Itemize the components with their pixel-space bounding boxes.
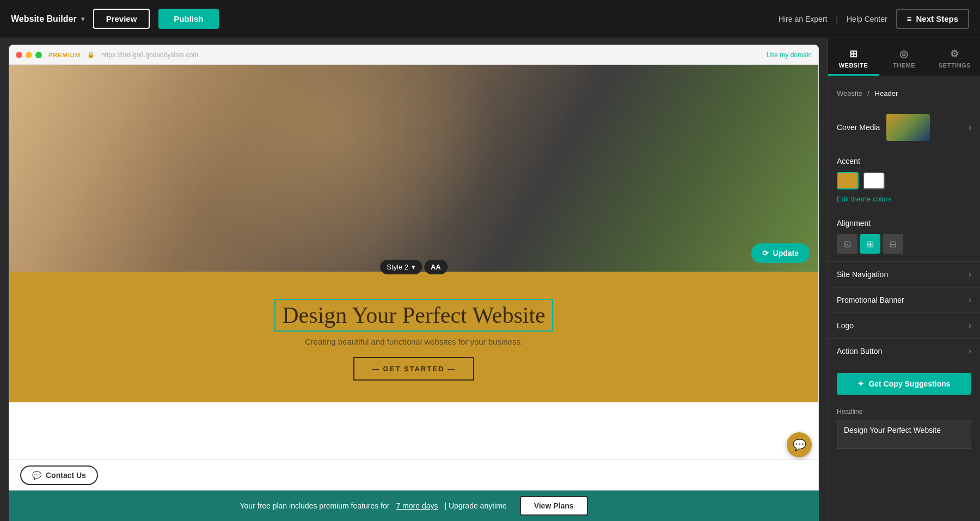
alignment-buttons: ⊡ ⊞ ⊟: [837, 234, 971, 254]
edit-theme-colors-link[interactable]: Edit theme colors: [837, 195, 971, 203]
settings-tab-label: SETTINGS: [939, 62, 971, 69]
site-navigation-label: Site Navigation: [837, 270, 888, 279]
upgrade-text: Your free plan includes premium features…: [240, 501, 389, 510]
headline-input[interactable]: [837, 420, 971, 449]
chat-icon: 💬: [32, 471, 41, 480]
breadcrumb: Website / Header: [828, 85, 980, 106]
hire-expert-link[interactable]: Hire an Expert: [779, 15, 827, 23]
chevron-down-icon: ▾: [412, 263, 415, 271]
headline-field-label: Headline: [837, 408, 971, 415]
refresh-icon: ⟳: [762, 249, 769, 258]
list-icon: ≡: [907, 14, 912, 23]
breadcrumb-parent[interactable]: Website: [837, 89, 862, 97]
view-plans-button[interactable]: View Plans: [520, 496, 588, 516]
top-bar-left: Website Builder ▾ Preview Publish: [11, 9, 219, 29]
website-tab-label: WEBSITE: [839, 62, 868, 69]
accent-colors: [837, 172, 971, 189]
website-builder-button[interactable]: Website Builder ▾: [11, 14, 84, 24]
accent-color-swatch-1[interactable]: [837, 172, 859, 189]
text-size-button[interactable]: AA: [424, 260, 448, 274]
browser-bar: PREMIUM 🔒 https://design6.godaddysites.c…: [9, 45, 818, 65]
accent-color-swatch-2[interactable]: [863, 172, 885, 189]
style-toolbar: Style 2 ▾ AA: [380, 260, 448, 274]
accent-label: Accent: [837, 157, 971, 166]
headline-section: Headline: [828, 403, 980, 456]
tab-theme[interactable]: ◎ THEME: [879, 38, 929, 76]
right-panel: ⊞ WEBSITE ◎ THEME ⚙ SETTINGS Website / H…: [828, 38, 980, 521]
sparkle-icon: ✦: [857, 379, 864, 388]
breadcrumb-current: Header: [875, 89, 898, 97]
tab-website[interactable]: ⊞ WEBSITE: [828, 38, 879, 76]
logo-chevron-icon: ›: [969, 321, 971, 330]
hero-image: ⟳ Update: [9, 65, 818, 272]
browser-chrome: PREMIUM 🔒 https://design6.godaddysites.c…: [9, 45, 819, 491]
hero-subtext: Creating beautiful and functional websit…: [9, 337, 818, 346]
url-bar: https://design6.godaddysites.com: [101, 51, 760, 59]
main-layout: PREMIUM 🔒 https://design6.godaddysites.c…: [0, 38, 980, 521]
dot-green: [35, 52, 42, 58]
premium-badge: PREMIUM: [48, 52, 81, 58]
cover-media-header[interactable]: Cover Media ›: [837, 114, 971, 141]
action-button-chevron-icon: ›: [969, 346, 971, 356]
dot-red: [16, 52, 22, 58]
chat-bubble-icon: 💬: [793, 438, 806, 451]
logo-label: Logo: [837, 321, 854, 330]
hero-text-section: Style 2 ▾ AA Design Your Perfect Website…: [9, 272, 818, 402]
canvas-area: PREMIUM 🔒 https://design6.godaddysites.c…: [0, 38, 828, 521]
align-center-button[interactable]: ⊞: [860, 234, 880, 254]
theme-tab-label: THEME: [893, 62, 915, 69]
publish-button[interactable]: Publish: [158, 9, 218, 29]
dot-yellow: [26, 52, 32, 58]
settings-tab-icon: ⚙: [950, 48, 959, 60]
alignment-label: Alignment: [837, 219, 971, 228]
site-navigation-row[interactable]: Site Navigation ›: [828, 262, 980, 287]
website-preview: ⟳ Update Style 2 ▾ AA Design Your Perfec…: [9, 65, 818, 490]
lock-icon: 🔒: [87, 51, 95, 58]
preview-button[interactable]: Preview: [93, 9, 150, 29]
get-copy-suggestions-button[interactable]: ✦ Get Copy Suggestions: [837, 373, 971, 395]
tab-settings[interactable]: ⚙ SETTINGS: [929, 38, 980, 76]
cta-button[interactable]: — GET STARTED —: [353, 357, 474, 381]
top-bar-center: Hire an Expert | Help Center ≡ Next Step…: [779, 9, 969, 29]
action-button-label: Action Button: [837, 347, 882, 355]
cover-media-row: Cover Media: [837, 114, 930, 141]
hero-photo-sim: [9, 65, 818, 272]
promotional-banner-label: Promotional Banner: [837, 296, 904, 304]
dash-icon: —: [372, 365, 383, 373]
chat-bubble-button[interactable]: 💬: [787, 432, 812, 457]
promotional-banner-row[interactable]: Promotional Banner ›: [828, 287, 980, 313]
theme-tab-icon: ◎: [899, 48, 909, 60]
help-center-link[interactable]: Help Center: [847, 15, 887, 23]
hero-headline[interactable]: Design Your Perfect Website: [274, 299, 553, 332]
cover-media-label: Cover Media: [837, 123, 880, 132]
logo-row[interactable]: Logo ›: [828, 313, 980, 339]
panel-tabs: ⊞ WEBSITE ◎ THEME ⚙ SETTINGS: [828, 38, 980, 76]
dash-icon-end: —: [448, 365, 456, 373]
next-steps-button[interactable]: ≡ Next Steps: [896, 9, 969, 29]
upgrade-days-link[interactable]: 7 more days: [396, 501, 438, 510]
alignment-section: Alignment ⊡ ⊞ ⊟: [828, 211, 980, 262]
cover-media-thumbnail: [886, 114, 930, 141]
align-right-button[interactable]: ⊟: [883, 234, 903, 254]
promotional-banner-chevron-icon: ›: [969, 295, 971, 305]
breadcrumb-separator: /: [867, 89, 869, 97]
website-builder-label: Website Builder: [11, 14, 77, 24]
website-tab-icon: ⊞: [849, 48, 858, 60]
cover-media-section: Cover Media ›: [828, 106, 980, 149]
align-left-button[interactable]: ⊡: [837, 234, 857, 254]
contact-us-bar: 💬 Contact Us: [9, 459, 818, 490]
chevron-down-icon: ▾: [81, 15, 84, 23]
use-domain-link[interactable]: Use my domain: [767, 51, 812, 59]
contact-us-button[interactable]: 💬 Contact Us: [20, 465, 98, 485]
accent-section: Accent Edit theme colors: [828, 149, 980, 211]
panel-content: Website / Header Cover Media › Accent: [828, 76, 980, 521]
top-bar: Website Builder ▾ Preview Publish Hire a…: [0, 0, 980, 38]
browser-dots: [16, 52, 42, 58]
site-navigation-chevron-icon: ›: [969, 269, 971, 279]
style-dropdown[interactable]: Style 2 ▾: [380, 260, 422, 274]
action-button-row[interactable]: Action Button ›: [828, 339, 980, 364]
update-button[interactable]: ⟳ Update: [751, 243, 810, 263]
upgrade-separator: | Upgrade anytime: [444, 501, 506, 510]
separator: |: [836, 15, 838, 23]
upgrade-banner: Your free plan includes premium features…: [9, 491, 819, 521]
